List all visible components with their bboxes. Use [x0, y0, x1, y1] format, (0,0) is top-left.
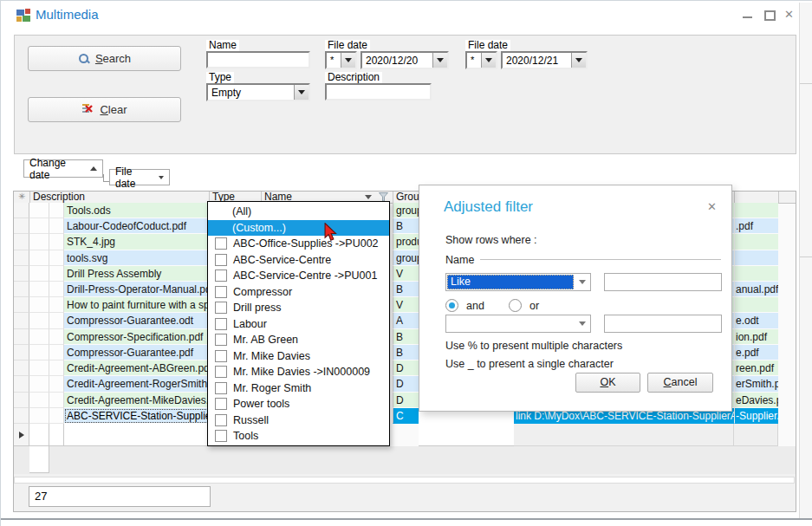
grid-cell[interactable]	[14, 266, 29, 282]
grid-cell[interactable]	[29, 360, 49, 376]
file-date-field-dropdown[interactable]: File date	[109, 169, 170, 185]
grid-horizontal-scrollbar[interactable]	[14, 477, 795, 484]
filter-list-item[interactable]: (Custom...)	[208, 220, 389, 237]
dialog-close-icon[interactable]: ✕	[707, 200, 717, 213]
filter-list-item[interactable]: Mr. Mike Davies	[208, 348, 389, 365]
new-row-cell[interactable]	[419, 424, 514, 446]
grid-cell[interactable]	[14, 408, 29, 424]
new-row-cell[interactable]	[29, 424, 49, 446]
grid-cell[interactable]	[49, 313, 64, 328]
grid-cell[interactable]	[14, 345, 29, 360]
filter-list-item[interactable]: Russell	[208, 412, 389, 429]
column-header-description[interactable]: Description	[33, 192, 85, 203]
operator-select-1[interactable]: Like	[445, 273, 591, 291]
checkbox-unchecked-icon[interactable]	[215, 382, 227, 394]
grid-cell[interactable]	[14, 218, 29, 234]
radio-selected-icon[interactable]	[445, 299, 458, 312]
grid-cell-description[interactable]: Credit-Agreement-ABGreen.pdf	[64, 360, 209, 376]
change-date-button[interactable]: Change date	[23, 159, 103, 178]
checkbox-unchecked-icon[interactable]	[215, 366, 227, 378]
filter-list-item[interactable]: ABC-Service-Centre	[208, 252, 389, 269]
radio-unselected-icon[interactable]	[509, 299, 522, 312]
grid-cell[interactable]	[29, 203, 49, 218]
grid-cell-name-fragment[interactable]	[734, 250, 778, 266]
checkbox-unchecked-icon[interactable]	[215, 302, 227, 314]
operator-select-2[interactable]	[445, 315, 591, 333]
grid-cell-description[interactable]: Compressor-Guarantee.odt	[64, 313, 209, 328]
name-input[interactable]	[206, 51, 310, 68]
record-count-field[interactable]: 27	[29, 486, 211, 507]
grid-cell[interactable]	[14, 393, 29, 408]
filter-list-item[interactable]: Drill press	[208, 300, 389, 316]
name-filter-dropdown-icon[interactable]	[365, 195, 372, 199]
grid-cell[interactable]	[49, 360, 64, 376]
checkbox-unchecked-icon[interactable]	[215, 350, 227, 362]
checkbox-unchecked-icon[interactable]	[215, 269, 227, 282]
filter-list-item[interactable]: Mr. AB Green	[208, 332, 389, 348]
grid-cell[interactable]	[14, 329, 29, 345]
grid-cell-description[interactable]: tools.svg	[64, 250, 209, 266]
filter-value-input-2[interactable]	[604, 315, 722, 333]
checkbox-unchecked-icon[interactable]	[215, 286, 227, 298]
checkbox-unchecked-icon[interactable]	[215, 318, 227, 330]
grid-cell[interactable]	[49, 345, 64, 360]
file-date2-op-select[interactable]: *	[465, 51, 497, 69]
search-button[interactable]: Search	[28, 46, 181, 71]
grid-cell[interactable]	[49, 282, 64, 297]
grid-cell[interactable]	[29, 282, 49, 297]
grid-cell-description[interactable]: Compressor-Guarantee.pdf	[64, 345, 209, 360]
new-row-cell[interactable]	[734, 424, 778, 446]
type-select[interactable]: Empty	[206, 83, 310, 101]
grid-cell-description[interactable]: Credit-Agreement-MikeDavies.pdf	[64, 393, 209, 408]
grid-cell-name-fragment[interactable]: e.pdf	[734, 345, 778, 360]
clear-button[interactable]: Clear	[28, 97, 181, 122]
checkbox-unchecked-icon[interactable]	[215, 334, 227, 346]
grid-cell-name-fragment[interactable]: reen.pdf	[734, 360, 778, 376]
filter-list-item[interactable]: ABC-Office-Supplies ->PU002	[208, 236, 389, 252]
grid-cell-name-fragment[interactable]: erSmith.pd	[734, 376, 778, 392]
filter-list-item[interactable]: Labour	[208, 316, 389, 333]
grid-cell[interactable]	[49, 250, 64, 266]
chevron-down-icon[interactable]	[432, 53, 447, 68]
new-row-header[interactable]	[14, 424, 29, 446]
grid-cell[interactable]	[49, 376, 64, 392]
grid-cell[interactable]	[14, 313, 29, 328]
grid-cell-name-fragment[interactable]	[734, 266, 778, 282]
chevron-down-icon[interactable]	[575, 274, 590, 290]
file-date1-select[interactable]: 2020/12/20	[361, 51, 449, 69]
grid-cell-description[interactable]: Tools.ods	[64, 203, 209, 218]
grid-cell[interactable]	[49, 266, 64, 282]
maximize-icon[interactable]	[764, 10, 776, 21]
grid-cell-description[interactable]: Drill Press Assembly	[64, 266, 209, 282]
grid-cell[interactable]	[49, 393, 64, 408]
grid-cell[interactable]	[49, 408, 64, 424]
grid-cell[interactable]	[29, 234, 49, 250]
filter-list-item[interactable]: Mr. Mike Davies ->IN000009	[208, 364, 389, 380]
filter-list-item[interactable]: Tools	[208, 428, 389, 445]
ok-button[interactable]: OK	[575, 373, 640, 393]
grid-cell[interactable]	[29, 345, 49, 360]
grid-cell-description[interactable]: ABC-SERVICE-Station-SupplierAgre	[64, 408, 209, 424]
grid-cell-description[interactable]: Labour-CodeofCoduct.pdf	[64, 218, 209, 234]
new-row-cell[interactable]	[64, 424, 209, 446]
grid-cell-name-fragment[interactable]: e.odt	[734, 313, 778, 328]
filter-value-input-1[interactable]	[604, 273, 722, 291]
new-row-cell[interactable]	[514, 424, 734, 446]
grid-cell-description[interactable]: Credit-Agreement-RogerSmith.pdf	[64, 376, 209, 392]
grid-cell-name-fragment[interactable]: -SupplierA	[734, 408, 778, 424]
chevron-down-icon[interactable]	[294, 85, 309, 100]
grid-cell-name-fragment[interactable]: .pdf	[734, 218, 778, 234]
filter-list-item[interactable]: Compressor	[208, 284, 389, 301]
grid-cell[interactable]	[14, 282, 29, 297]
grid-cell[interactable]	[14, 360, 29, 376]
file-date1-op-select[interactable]: *	[325, 51, 357, 69]
new-row-cell[interactable]	[49, 424, 64, 446]
grid-cell[interactable]	[49, 297, 64, 313]
grid-cell-name-fragment[interactable]	[734, 234, 778, 250]
grid-cell[interactable]	[29, 218, 49, 234]
grid-cell[interactable]	[29, 408, 49, 424]
grid-cell-description[interactable]: STK_4.jpg	[64, 234, 209, 250]
minimize-icon[interactable]	[743, 16, 752, 18]
checkbox-unchecked-icon[interactable]	[215, 398, 227, 410]
grid-cell[interactable]	[14, 203, 29, 218]
